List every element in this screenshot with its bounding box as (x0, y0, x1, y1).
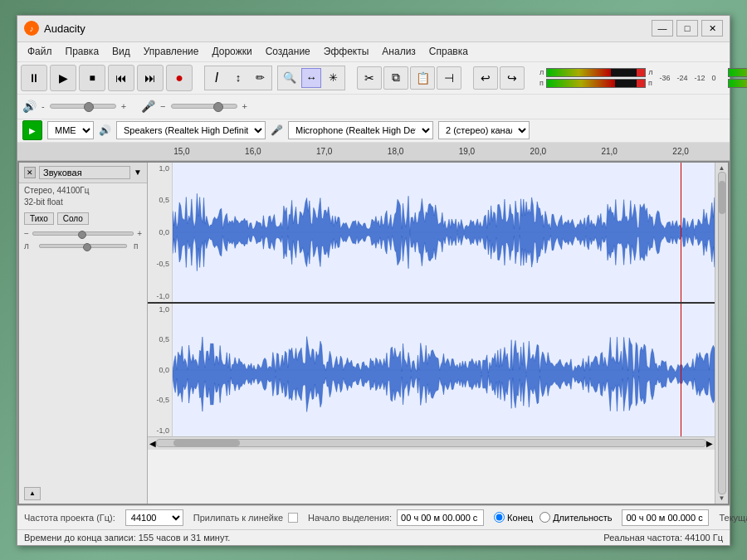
menu-analyze[interactable]: Анализ (375, 44, 422, 59)
ruler-mark-4: 19,0 (432, 147, 503, 156)
menu-create[interactable]: Создание (259, 44, 317, 59)
track-name-button[interactable]: Звуковая (39, 166, 130, 179)
skip-forward-button[interactable]: ⏭ (137, 65, 164, 91)
selection-end-input[interactable] (622, 509, 709, 526)
vol-plus: + (121, 101, 126, 111)
length-radio[interactable] (540, 512, 550, 523)
track-header: ✕ Звуковая ▼ (19, 163, 147, 183)
mute-button[interactable]: Тихо (24, 212, 54, 225)
mic-select[interactable]: Microphone (Realtek High Defi (288, 121, 433, 139)
y-bot-4: -0,5 (156, 396, 169, 404)
menu-effects[interactable]: Эффекты (317, 44, 376, 59)
gain-plus-label: + (137, 229, 142, 238)
solo-button[interactable]: Соло (57, 212, 89, 225)
undo-btn[interactable]: ↩ (473, 66, 498, 90)
input-meter-left (546, 68, 646, 77)
envelope-tool[interactable]: ↕ (228, 68, 248, 88)
copy-tool[interactable]: ⧉ (383, 66, 408, 90)
snap-label: Прилипать к линейке (193, 513, 283, 523)
scroll-v-thumb[interactable] (719, 181, 725, 214)
tracks-area: ✕ Звуковая ▼ Стерео, 44100Гц 32-bit floa… (17, 161, 730, 505)
collapse-button[interactable]: ▲ (24, 487, 41, 500)
mic-device-icon: 🎤 (271, 124, 283, 136)
menu-file[interactable]: Файл (21, 44, 59, 59)
scroll-left-arrow[interactable]: ◀ (149, 439, 156, 448)
track-dropdown-arrow[interactable]: ▼ (134, 168, 142, 177)
redo-btn[interactable]: ↪ (500, 66, 525, 90)
project-rate-select[interactable]: 44100 (125, 509, 183, 526)
track-gain-slider[interactable] (32, 231, 134, 236)
ruler-mark-2: 17,0 (289, 147, 360, 156)
y-axis-top: 1,0 0,5 0,0 -0,5 -1,0 (148, 163, 173, 302)
move-tool[interactable]: ↔ (301, 68, 321, 88)
close-button[interactable]: ✕ (701, 20, 723, 37)
left-channel-label: л (540, 68, 544, 76)
multi-tool[interactable]: ✳ (323, 68, 343, 88)
menu-view[interactable]: Вид (105, 44, 137, 59)
app-icon: ♪ (24, 21, 39, 36)
waveform-top[interactable]: // Will be generated via JS below (173, 163, 715, 302)
channel-top: 1,0 0,5 0,0 -0,5 -1,0 (148, 163, 715, 304)
track-mute-solo: Тихо Соло (19, 210, 147, 227)
scroll-h-track[interactable] (156, 439, 706, 447)
stop-button[interactable]: ■ (79, 65, 105, 91)
horizontal-scrollbar[interactable]: ◀ ▶ (148, 436, 715, 450)
zoom-tool[interactable]: 🔍 (280, 68, 300, 88)
channels-select[interactable]: 2 (стерео) канал (438, 121, 530, 139)
ruler-mark-5: 20,0 (502, 147, 574, 156)
waveform-bottom[interactable] (173, 304, 715, 436)
position-label: Текущая позиция: (719, 513, 747, 523)
play-green-button[interactable]: ▶ (22, 120, 42, 140)
y-top-2: 0,5 (159, 196, 169, 204)
track-close-button[interactable]: ✕ (24, 167, 36, 178)
device-toolbar: ▶ MME 🔊 Speakers (Realtek High Definit 🎤… (17, 119, 730, 143)
volume-slider[interactable] (50, 104, 116, 109)
left-label-end: л (648, 68, 652, 76)
end-radio[interactable] (494, 512, 505, 523)
menu-help[interactable]: Справка (422, 44, 475, 59)
cut-tool[interactable]: ✂ (357, 66, 382, 90)
snap-checkbox[interactable] (288, 513, 298, 523)
menu-manage[interactable]: Управление (137, 44, 206, 59)
ruler-mark-7: 22,0 (645, 147, 716, 156)
bit-depth-label: 32-bit float (24, 197, 142, 208)
scroll-v-track[interactable] (718, 172, 726, 494)
volume-thumb (84, 102, 94, 112)
paste-tool[interactable]: 📋 (410, 66, 435, 90)
menu-tracks[interactable]: Дорожки (206, 44, 259, 59)
scroll-right-arrow[interactable]: ▶ (706, 439, 713, 448)
output-meter-top (728, 68, 747, 77)
snap-row: Прилипать к линейке (193, 513, 298, 523)
project-rate-label: Частота проекта (Гц): (24, 513, 115, 523)
mic-icon: 🎤 (141, 100, 155, 113)
vertical-scrollbar[interactable]: ▲ ▼ (715, 163, 728, 504)
pencil-tool[interactable]: ✏ (250, 68, 270, 88)
scroll-h-thumb[interactable] (173, 440, 240, 446)
play-button[interactable]: ▶ (50, 65, 76, 91)
track-pan-row: л п (19, 240, 147, 252)
pause-button[interactable]: ⏸ (21, 65, 47, 91)
menu-bar: Файл Правка Вид Управление Дорожки Созда… (17, 42, 730, 62)
select-tool[interactable]: I (207, 68, 227, 88)
title-bar: ♪ Audacity — □ ✕ (17, 16, 730, 42)
scroll-up-arrow[interactable]: ▲ (719, 164, 725, 172)
length-radio-opt: Длительность (540, 512, 612, 523)
scroll-down-arrow[interactable]: ▼ (719, 494, 725, 502)
tools-group: I ↕ ✏ (204, 66, 272, 90)
maximize-button[interactable]: □ (676, 20, 698, 37)
speaker-select[interactable]: Speakers (Realtek High Definit (116, 121, 266, 139)
skip-back-button[interactable]: ⏮ (108, 65, 134, 91)
track-pan-slider[interactable] (39, 244, 127, 248)
api-select[interactable]: MME (47, 121, 94, 139)
main-content-wrapper: ✕ Звуковая ▼ Стерео, 44100Гц 32-bit floa… (17, 161, 730, 505)
selection-start-input[interactable] (397, 509, 484, 526)
menu-edit[interactable]: Правка (59, 44, 106, 59)
ruler-mark-3: 18,0 (360, 147, 432, 156)
track-pan-thumb (83, 243, 91, 251)
trim-tool[interactable]: ⊣ (437, 66, 461, 90)
gain-slider[interactable] (171, 104, 237, 109)
record-button[interactable]: ● (166, 65, 193, 91)
gain-minus-label: − (24, 229, 29, 238)
gain-thumb (213, 102, 223, 112)
minimize-button[interactable]: — (652, 20, 673, 37)
